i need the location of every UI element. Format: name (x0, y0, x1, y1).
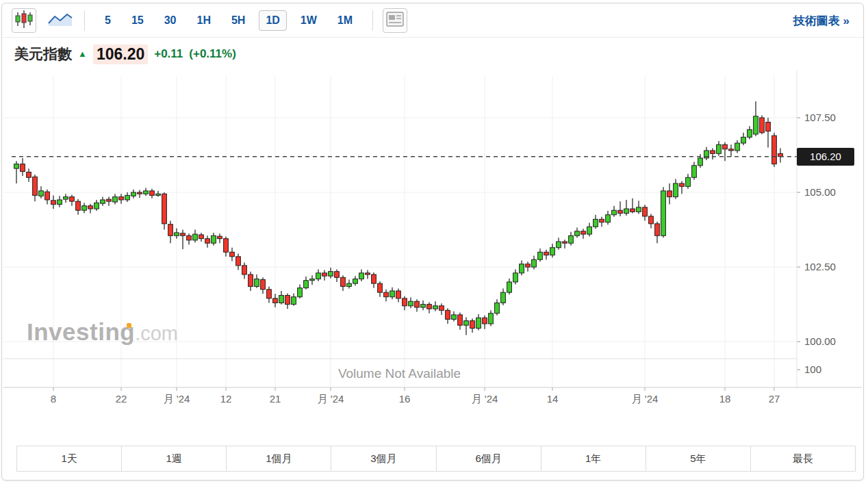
candle (476, 318, 481, 328)
candle (520, 264, 524, 273)
candle (446, 310, 450, 319)
candle (624, 209, 629, 214)
candle (359, 273, 364, 279)
candle (248, 274, 253, 286)
candle (661, 191, 666, 235)
candle (316, 273, 321, 279)
candle (230, 252, 235, 257)
range-1m-button[interactable]: 1個月 (226, 446, 331, 472)
candle (772, 136, 777, 164)
timeframe-button-1w[interactable]: 1W (294, 10, 324, 31)
candle (667, 191, 672, 197)
candle (261, 279, 266, 289)
candlestick-chart-type-button[interactable] (12, 8, 36, 33)
candle (464, 321, 469, 326)
time-axis-label: 27 (769, 393, 780, 405)
candle (649, 216, 654, 224)
range-1d-button[interactable]: 1天 (16, 446, 122, 472)
candle (593, 219, 598, 227)
candle (107, 199, 112, 201)
candle (421, 305, 426, 307)
price-chart-svg[interactable]: 107.50105.00102.50100.00100822月 '241221月… (2, 71, 863, 416)
candle (569, 235, 574, 243)
candle (538, 252, 543, 259)
technical-chart-link[interactable]: 技術圖表 » (793, 3, 850, 38)
candle (741, 137, 746, 143)
range-1w-button[interactable]: 1週 (121, 446, 227, 472)
candle (470, 321, 475, 329)
candle (458, 315, 463, 325)
candle (754, 116, 758, 134)
time-axis-label: 月 '24 (472, 393, 498, 405)
timeframe-button-1m[interactable]: 1M (331, 10, 359, 31)
candle (550, 248, 555, 255)
price-axis-label: 105.00 (804, 186, 836, 198)
time-axis-label: 14 (547, 393, 559, 405)
news-layout-icon (385, 10, 405, 31)
candle (101, 200, 105, 203)
candle (452, 315, 457, 320)
area-chart-type-button[interactable] (46, 8, 75, 33)
timeframe-button-1d[interactable]: 1D (259, 10, 286, 31)
candle (575, 231, 580, 236)
candle (113, 197, 118, 202)
price-axis-label: 102.50 (804, 261, 836, 272)
timeframe-button-5[interactable]: 5 (98, 10, 118, 31)
candle (581, 231, 586, 234)
candle (433, 306, 438, 309)
range-3m-button[interactable]: 3個月 (331, 446, 436, 472)
candle (162, 194, 167, 224)
time-axis-label: 8 (51, 393, 56, 405)
timeframe-button-1h[interactable]: 1H (190, 10, 218, 31)
timeframe-button-30[interactable]: 30 (157, 10, 183, 31)
price-change-percent: (+0.11%) (189, 47, 236, 61)
candle (138, 192, 142, 194)
candle (156, 194, 161, 195)
price-axis-label: 100.00 (804, 335, 836, 347)
chart-area: 107.50105.00102.50100.00100822月 '241221月… (2, 71, 863, 416)
candle (58, 200, 62, 205)
candle (94, 203, 99, 209)
candle (723, 144, 728, 149)
range-max-button[interactable]: 最長 (750, 446, 856, 472)
candle (39, 191, 44, 196)
candle (384, 292, 389, 297)
candle (292, 297, 296, 305)
range-1y-button[interactable]: 1年 (541, 446, 646, 472)
candle (711, 151, 715, 153)
candle (353, 279, 358, 284)
candle (14, 164, 19, 169)
candle (735, 143, 740, 151)
candle (600, 219, 604, 222)
candle (378, 283, 383, 292)
timeframe-button-group: 515301H5H1D1W1M (94, 10, 363, 31)
toolbar-separator (84, 10, 85, 31)
candle (218, 236, 222, 238)
news-panel-button[interactable] (383, 8, 407, 33)
time-axis-label: 18 (719, 393, 731, 405)
candle (322, 273, 327, 276)
candle (273, 298, 278, 303)
candle (427, 305, 432, 309)
candle (674, 183, 678, 197)
candle (131, 192, 136, 196)
chart-widget: 515301H5H1D1W1M 技術圖表 » 美元指數 ▲ 106.20 +0.… (1, 3, 864, 481)
candle (51, 201, 56, 205)
candle (483, 318, 487, 324)
candle (168, 225, 173, 236)
timeframe-button-5h[interactable]: 5H (225, 10, 252, 31)
candle (341, 277, 346, 286)
quote-header: 美元指數 ▲ 106.20 +0.11 (+0.11%) (2, 38, 863, 71)
candle (606, 215, 611, 222)
timeframe-button-15[interactable]: 15 (125, 10, 151, 31)
range-5y-button[interactable]: 5年 (646, 446, 751, 472)
candle (304, 281, 309, 288)
range-6m-button[interactable]: 6個月 (436, 446, 541, 472)
candle (526, 264, 531, 267)
candle (125, 195, 130, 200)
candle (612, 210, 617, 215)
time-axis-label: 21 (270, 393, 281, 405)
candlestick-icon (14, 9, 34, 32)
candle (717, 144, 722, 153)
candle (144, 191, 149, 194)
